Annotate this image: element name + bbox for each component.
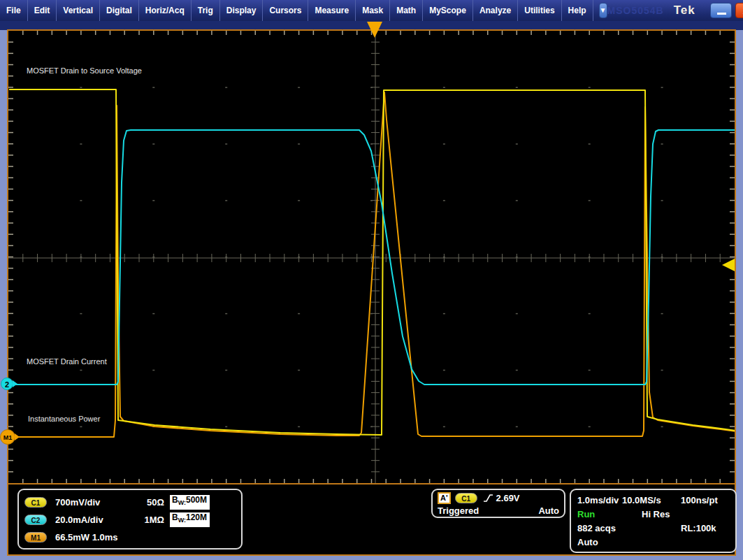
ch1-bandwidth: BW:500M bbox=[170, 495, 210, 509]
menu-item-utilities[interactable]: Utilities bbox=[518, 0, 561, 21]
menu-item-myscope[interactable]: MyScope bbox=[423, 0, 473, 21]
trigger-readout-box[interactable]: A' C1 2.69V Triggered Auto bbox=[431, 489, 565, 518]
timebase-scale: 1.0ms/div bbox=[577, 495, 619, 505]
menu-item-vertical[interactable]: Vertical bbox=[57, 0, 100, 21]
math1-reference-marker[interactable]: M1 bbox=[0, 429, 15, 445]
ch2-badge[interactable]: C2 bbox=[24, 515, 47, 525]
trigger-settings-row: A' C1 2.69V bbox=[438, 491, 559, 504]
trigger-position-marker-icon[interactable] bbox=[367, 22, 382, 38]
trigger-level: 2.69V bbox=[496, 493, 520, 503]
trigger-source-badge: C1 bbox=[455, 493, 477, 503]
menu-item-help[interactable]: Help bbox=[562, 0, 593, 21]
close-button[interactable]: X bbox=[735, 3, 743, 18]
sample-rate: 10.0MS/s bbox=[622, 495, 661, 505]
trigger-level-arrow-icon[interactable] bbox=[722, 259, 735, 271]
math1-marker-arrow-icon bbox=[15, 433, 20, 440]
acquisition-readout-box[interactable]: 1.0ms/div 10.0MS/s 100ns/pt Run Hi Res 8… bbox=[570, 489, 737, 553]
sample-resolution: 100ns/pt bbox=[681, 495, 718, 505]
model-label: MSO5054B bbox=[607, 5, 664, 16]
readout-area: C1 700mV/div 50Ω BW:500M C2 20.0mA/div 1… bbox=[8, 484, 735, 554]
ch1-readout-row[interactable]: C1 700mV/div 50Ω BW:500M bbox=[24, 494, 236, 511]
channel2-marker-arrow-icon bbox=[13, 380, 17, 387]
fastacq-mode: Auto bbox=[577, 537, 598, 547]
menu-item-trig[interactable]: Trig bbox=[192, 0, 220, 21]
menu-item-mask[interactable]: Mask bbox=[356, 0, 390, 21]
ch1-scale: 700mV/div bbox=[55, 497, 138, 508]
menu-bar: FileEditVerticalDigitalHoriz/AcqTrigDisp… bbox=[0, 0, 743, 21]
trigger-mode: Auto bbox=[538, 505, 559, 516]
menu-item-edit[interactable]: Edit bbox=[28, 0, 57, 21]
math1-scale: 66.5mW 1.0ms bbox=[55, 532, 138, 543]
menu-item-digital[interactable]: Digital bbox=[100, 0, 139, 21]
trigger-status-row: Triggered Auto bbox=[438, 504, 559, 517]
waveform-graticule: MOSFET Drain to Source Voltage MOSFET Dr… bbox=[8, 31, 735, 484]
trigger-status: Triggered bbox=[438, 505, 538, 516]
menu-dropdown-button[interactable]: ▼ bbox=[599, 3, 607, 18]
ch1-termination: 50Ω bbox=[138, 497, 164, 508]
scope-display-panel: MOSFET Drain to Source Voltage MOSFET Dr… bbox=[7, 29, 736, 556]
acq-mode: Hi Res bbox=[642, 509, 670, 519]
menu-item-file[interactable]: File bbox=[0, 0, 28, 21]
trigger-a-badge: A' bbox=[438, 492, 451, 504]
channel2-marker-label: 2 bbox=[5, 380, 9, 389]
ch2-scale: 20.0mA/div bbox=[55, 515, 138, 525]
acq-state-row: Run Hi Res bbox=[577, 508, 729, 522]
channel-readouts-box: C1 700mV/div 50Ω BW:500M C2 20.0mA/div 1… bbox=[17, 489, 243, 550]
fastacq-row: Auto bbox=[577, 536, 729, 550]
label-drain-current: MOSFET Drain Current bbox=[27, 357, 107, 366]
ch2-termination: 1MΩ bbox=[138, 515, 164, 525]
ch1-badge[interactable]: C1 bbox=[24, 497, 47, 508]
label-drain-source-voltage: MOSFET Drain to Source Voltage bbox=[27, 66, 142, 75]
minimize-icon bbox=[717, 13, 726, 15]
acq-count-row: 882 acqs RL:100k bbox=[577, 522, 729, 536]
tek-logo: Tek bbox=[674, 3, 695, 17]
menu-item-analyze[interactable]: Analyze bbox=[473, 0, 518, 21]
rising-edge-icon bbox=[483, 493, 493, 503]
menu-item-horizacq[interactable]: Horiz/Acq bbox=[139, 0, 192, 21]
menu-item-measure[interactable]: Measure bbox=[308, 0, 356, 21]
oscilloscope-screen: { "titlebar": { "model": "MSO5054B", "br… bbox=[0, 0, 743, 560]
minimize-button[interactable] bbox=[710, 3, 732, 18]
menu-bar-items: FileEditVerticalDigitalHoriz/AcqTrigDisp… bbox=[0, 0, 593, 21]
acq-count: 882 acqs bbox=[577, 523, 616, 533]
run-state: Run bbox=[577, 509, 595, 519]
math1-readout-row[interactable]: M1 66.5mW 1.0ms bbox=[24, 529, 236, 546]
menu-item-display[interactable]: Display bbox=[220, 0, 264, 21]
menu-item-math[interactable]: Math bbox=[390, 0, 423, 21]
math1-badge[interactable]: M1 bbox=[24, 532, 47, 543]
menu-item-cursors[interactable]: Cursors bbox=[263, 0, 308, 21]
math1-marker-label: M1 bbox=[3, 434, 13, 441]
titlebar-right: MSO5054B Tek X bbox=[607, 0, 743, 21]
label-instantaneous-power: Instantaneous Power bbox=[28, 415, 100, 423]
channel2-reference-marker[interactable]: 2 bbox=[1, 378, 13, 390]
ch2-bandwidth: BW:120M bbox=[170, 512, 210, 526]
timebase-row: 1.0ms/div 10.0MS/s 100ns/pt bbox=[577, 494, 729, 508]
waveform-display bbox=[8, 31, 735, 483]
ch2-readout-row[interactable]: C2 20.0mA/div 1MΩ BW:120M bbox=[24, 511, 236, 529]
record-length: RL:100k bbox=[681, 523, 716, 533]
